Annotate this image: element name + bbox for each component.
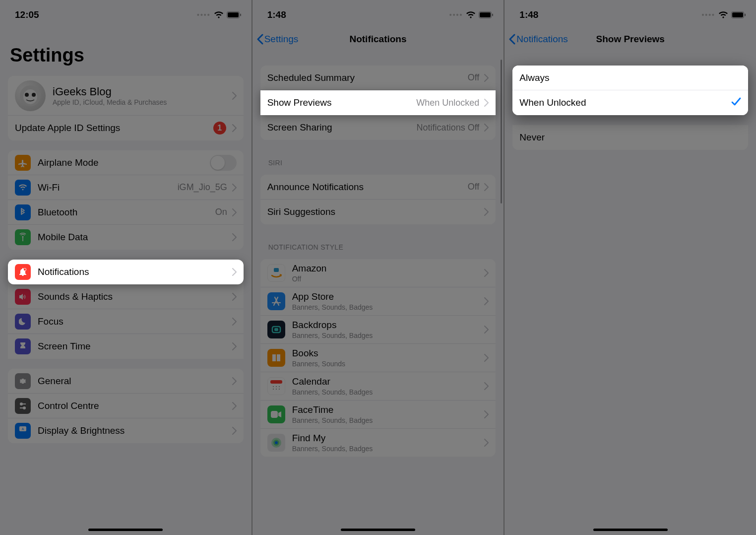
svg-point-26 <box>276 389 277 390</box>
svg-rect-28 <box>271 411 278 418</box>
wifi-row[interactable]: Wi-Fi iGM_Jio_5G <box>8 175 244 200</box>
general-group: General Control Centre A Display & Brigh… <box>8 369 244 443</box>
back-button[interactable]: Settings <box>256 34 299 45</box>
app-name: Backdrops <box>292 320 482 331</box>
row-detail: When Unlocked <box>416 98 479 108</box>
option-when-unlocked[interactable]: When Unlocked <box>512 90 748 115</box>
row-label: Display & Brightness <box>38 425 229 436</box>
sliders-icon <box>15 398 31 414</box>
row-detail: Off <box>468 72 480 83</box>
control-centre-row[interactable]: Control Centre <box>8 394 244 418</box>
app-name: Amazon <box>292 263 482 274</box>
svg-rect-17 <box>274 268 279 272</box>
app-sub: Banners, Sounds <box>292 360 482 368</box>
options-rest-group: Never <box>512 125 748 150</box>
chevron-right-icon <box>484 326 489 334</box>
scroll-indicator[interactable] <box>501 60 502 203</box>
app-sub: Banners, Sounds, Badges <box>292 388 482 396</box>
home-indicator[interactable] <box>88 529 163 531</box>
bluetooth-icon <box>15 204 31 220</box>
chevron-right-icon <box>232 377 237 385</box>
chevron-right-icon <box>232 318 237 326</box>
battery-icon <box>731 11 746 18</box>
battery-icon <box>479 11 494 18</box>
screen-sharing-row[interactable]: Screen Sharing Notifications Off <box>260 115 496 140</box>
update-apple-id-row[interactable]: Update Apple ID Settings 1 <box>8 116 244 140</box>
back-button[interactable]: Notifications <box>508 34 568 45</box>
row-label: Notifications <box>38 267 229 277</box>
chevron-right-icon <box>484 183 489 191</box>
cellular-dots-icon: •••• <box>197 11 211 19</box>
calendar-icon <box>267 377 285 395</box>
status-bar: 12:05 •••• <box>0 0 252 25</box>
bluetooth-row[interactable]: Bluetooth On <box>8 200 244 225</box>
siri-header: SIRI <box>252 150 504 170</box>
options-highlighted-group: Always When Unlocked <box>512 66 748 115</box>
app-row-backdrops[interactable]: BackdropsBanners, Sounds, Badges <box>260 316 496 344</box>
row-label: Update Apple ID Settings <box>15 123 213 134</box>
svg-point-10 <box>20 403 22 405</box>
style-header: NOTIFICATION STYLE <box>252 234 504 254</box>
app-row-calendar[interactable]: CalendarBanners, Sounds, Badges <box>260 372 496 401</box>
svg-point-25 <box>273 389 274 390</box>
app-sub: Off <box>292 275 482 283</box>
row-label: Scheduled Summary <box>267 72 468 83</box>
chevron-right-icon <box>484 382 489 390</box>
chevron-right-icon <box>232 268 237 276</box>
app-name: Calendar <box>292 376 482 387</box>
airplane-mode-row[interactable]: Airplane Mode <box>8 150 244 175</box>
row-detail: Off <box>468 182 480 192</box>
chevron-right-icon <box>232 208 237 216</box>
app-sub: Banners, Sounds, Badges <box>292 332 482 339</box>
amazon-icon <box>267 264 285 282</box>
row-detail: On <box>215 207 227 217</box>
back-label: Notifications <box>516 34 568 45</box>
general-row[interactable]: General <box>8 369 244 394</box>
scheduled-summary-row[interactable]: Scheduled Summary Off <box>260 66 496 90</box>
row-label: Bluetooth <box>38 207 215 218</box>
connectivity-group: Airplane Mode Wi-Fi iGM_Jio_5G Bluetooth… <box>8 150 244 250</box>
option-label: Always <box>519 72 741 83</box>
option-always[interactable]: Always <box>512 66 748 90</box>
svg-point-31 <box>275 441 278 444</box>
screen-time-row[interactable]: Screen Time <box>8 334 244 359</box>
chevron-right-icon <box>232 184 237 192</box>
nav-bar: Notifications Show Previews <box>504 28 756 51</box>
checkmark-icon <box>731 97 741 109</box>
chevron-right-icon <box>484 74 489 82</box>
app-sub: Banners, Sounds, Badges <box>292 445 482 453</box>
home-indicator[interactable] <box>341 529 415 531</box>
apple-id-profile-row[interactable]: iGeeks Blog Apple ID, iCloud, Media & Pu… <box>8 76 244 116</box>
home-indicator[interactable] <box>593 529 668 531</box>
row-label: Announce Notifications <box>267 182 468 193</box>
cellular-dots-icon: •••• <box>701 11 715 19</box>
app-row-amazon[interactable]: AmazonOff <box>260 259 496 287</box>
option-label: When Unlocked <box>519 97 731 108</box>
apps-group: AmazonOff App StoreBanners, Sounds, Badg… <box>260 259 496 457</box>
appstore-icon <box>267 292 285 310</box>
mobile-data-row[interactable]: Mobile Data <box>8 225 244 250</box>
row-label: General <box>38 376 229 387</box>
option-never[interactable]: Never <box>512 125 748 150</box>
app-name: FaceTime <box>292 404 482 415</box>
chevron-right-icon <box>484 410 489 418</box>
antenna-icon <box>15 229 31 245</box>
row-label: Screen Time <box>38 341 229 352</box>
backdrops-icon <box>267 321 285 338</box>
focus-row[interactable]: Focus <box>8 309 244 334</box>
app-row-facetime[interactable]: FaceTimeBanners, Sounds, Badges <box>260 401 496 429</box>
airplane-toggle[interactable] <box>210 155 237 171</box>
siri-suggestions-row[interactable]: Siri Suggestions <box>260 200 496 224</box>
app-row-books[interactable]: BooksBanners, Sounds <box>260 344 496 372</box>
row-label: Focus <box>38 316 229 327</box>
display-brightness-row[interactable]: A Display & Brightness <box>8 418 244 443</box>
sounds-haptics-row[interactable]: Sounds & Haptics <box>8 284 244 309</box>
bell-icon <box>15 264 31 280</box>
app-row-appstore[interactable]: App StoreBanners, Sounds, Badges <box>260 287 496 316</box>
show-previews-row[interactable]: Show Previews When Unlocked <box>260 90 496 115</box>
app-row-findmy[interactable]: Find MyBanners, Sounds, Badges <box>260 429 496 457</box>
siri-group: Announce Notifications Off Siri Suggesti… <box>260 175 496 224</box>
notifications-row[interactable]: Notifications <box>8 260 244 284</box>
announce-notifications-row[interactable]: Announce Notifications Off <box>260 175 496 200</box>
findmy-icon <box>267 434 285 452</box>
